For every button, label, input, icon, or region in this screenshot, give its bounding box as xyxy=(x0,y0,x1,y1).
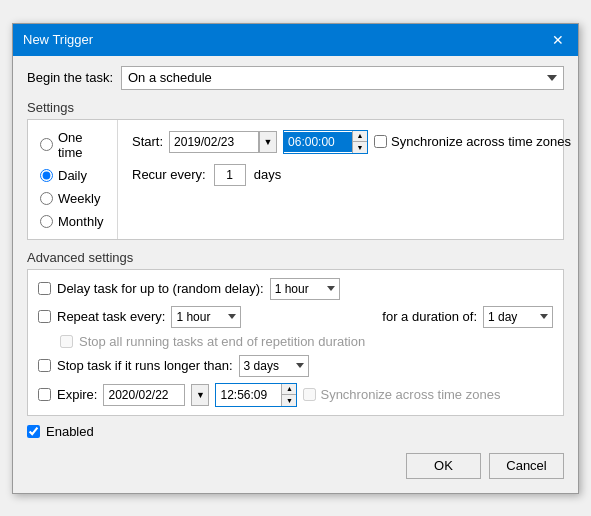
time-up-button[interactable]: ▲ xyxy=(353,131,367,143)
settings-section: One time Daily Weekly Monthly S xyxy=(27,119,564,240)
sync-label: Synchronize across time zones xyxy=(391,134,571,149)
start-row: Start: ▼ ▲ ▼ Synchronize acr xyxy=(132,130,571,154)
repeat-label: Repeat task every: xyxy=(57,309,165,324)
expire-checkbox[interactable] xyxy=(38,388,51,401)
cancel-button[interactable]: Cancel xyxy=(489,453,564,479)
settings-label: Settings xyxy=(27,100,564,115)
delay-checkbox[interactable] xyxy=(38,282,51,295)
close-button[interactable]: ✕ xyxy=(548,30,568,50)
expire-date-input[interactable] xyxy=(103,384,185,406)
radio-one-time-label: One time xyxy=(58,130,105,160)
recur-row: Recur every: days xyxy=(132,164,571,186)
delay-select[interactable]: 1 hour xyxy=(270,278,340,300)
enabled-label: Enabled xyxy=(46,424,94,439)
expire-time-down-button[interactable]: ▼ xyxy=(282,395,296,406)
radio-daily-label: Daily xyxy=(58,168,87,183)
date-picker-button[interactable]: ▼ xyxy=(259,131,277,153)
begin-task-select[interactable]: On a schedule xyxy=(121,66,564,90)
delay-label: Delay task for up to (random delay): xyxy=(57,281,264,296)
right-panel: Start: ▼ ▲ ▼ Synchronize acr xyxy=(118,120,585,239)
dialog-body: Begin the task: On a schedule Settings O… xyxy=(13,56,578,493)
expire-date-picker-button[interactable]: ▼ xyxy=(191,384,209,406)
radio-one-time[interactable]: One time xyxy=(40,130,105,160)
stop-indent-row: Stop all running tasks at end of repetit… xyxy=(60,334,553,349)
start-label: Start: xyxy=(132,134,163,149)
start-date-input[interactable] xyxy=(169,131,259,153)
radio-column: One time Daily Weekly Monthly xyxy=(28,120,118,239)
stop-tasks-checkbox xyxy=(60,335,73,348)
dialog-window: New Trigger ✕ Begin the task: On a sched… xyxy=(12,23,579,494)
radio-daily-input[interactable] xyxy=(40,169,53,182)
stop-longer-select[interactable]: 3 days xyxy=(239,355,309,377)
radio-monthly-label: Monthly xyxy=(58,214,104,229)
stop-tasks-label: Stop all running tasks at end of repetit… xyxy=(79,334,365,349)
recur-input[interactable] xyxy=(214,164,246,186)
stop-longer-label: Stop task if it runs longer than: xyxy=(57,358,233,373)
repeat-select[interactable]: 1 hour xyxy=(171,306,241,328)
for-duration-label: for a duration of: xyxy=(382,309,477,324)
recur-label: Recur every: xyxy=(132,167,206,182)
advanced-section: Delay task for up to (random delay): 1 h… xyxy=(27,269,564,416)
expire-time-up-button[interactable]: ▲ xyxy=(282,384,296,396)
time-spinner: ▲ ▼ xyxy=(352,131,367,153)
ok-button[interactable]: OK xyxy=(406,453,481,479)
radio-weekly[interactable]: Weekly xyxy=(40,191,105,206)
time-down-button[interactable]: ▼ xyxy=(353,142,367,153)
expire-sync-label: Synchronize across time zones xyxy=(303,387,500,402)
title-bar: New Trigger ✕ xyxy=(13,24,578,56)
start-time-input[interactable] xyxy=(284,132,352,152)
radio-weekly-input[interactable] xyxy=(40,192,53,205)
repeat-checkbox[interactable] xyxy=(38,310,51,323)
expire-time-wrapper: ▲ ▼ xyxy=(215,383,297,407)
time-input-wrapper: ▲ ▼ xyxy=(283,130,368,154)
expire-sync-checkbox xyxy=(303,388,316,401)
expire-time-spinner: ▲ ▼ xyxy=(281,384,296,406)
radio-monthly-input[interactable] xyxy=(40,215,53,228)
delay-row: Delay task for up to (random delay): 1 h… xyxy=(38,278,553,300)
enabled-row: Enabled xyxy=(27,424,564,439)
radio-daily[interactable]: Daily xyxy=(40,168,105,183)
radio-weekly-label: Weekly xyxy=(58,191,100,206)
radio-monthly[interactable]: Monthly xyxy=(40,214,105,229)
sync-checkbox-label[interactable]: Synchronize across time zones xyxy=(374,134,571,149)
repeat-row: Repeat task every: 1 hour for a duration… xyxy=(38,306,553,328)
enabled-checkbox[interactable] xyxy=(27,425,40,438)
sync-checkbox[interactable] xyxy=(374,135,387,148)
expire-sync-text: Synchronize across time zones xyxy=(320,387,500,402)
advanced-label: Advanced settings xyxy=(27,250,564,265)
duration-select[interactable]: 1 day xyxy=(483,306,553,328)
radio-one-time-input[interactable] xyxy=(40,138,53,151)
expire-label: Expire: xyxy=(57,387,97,402)
stop-longer-checkbox[interactable] xyxy=(38,359,51,372)
expire-time-input[interactable] xyxy=(216,385,281,405)
begin-task-row: Begin the task: On a schedule xyxy=(27,66,564,90)
begin-task-label: Begin the task: xyxy=(27,70,113,85)
expire-row: Expire: ▼ ▲ ▼ Synchronize across time zo… xyxy=(38,383,553,407)
stop-longer-row: Stop task if it runs longer than: 3 days xyxy=(38,355,553,377)
date-group: ▼ xyxy=(169,131,277,153)
recur-unit: days xyxy=(254,167,281,182)
dialog-title: New Trigger xyxy=(23,32,93,47)
button-row: OK Cancel xyxy=(27,447,564,483)
